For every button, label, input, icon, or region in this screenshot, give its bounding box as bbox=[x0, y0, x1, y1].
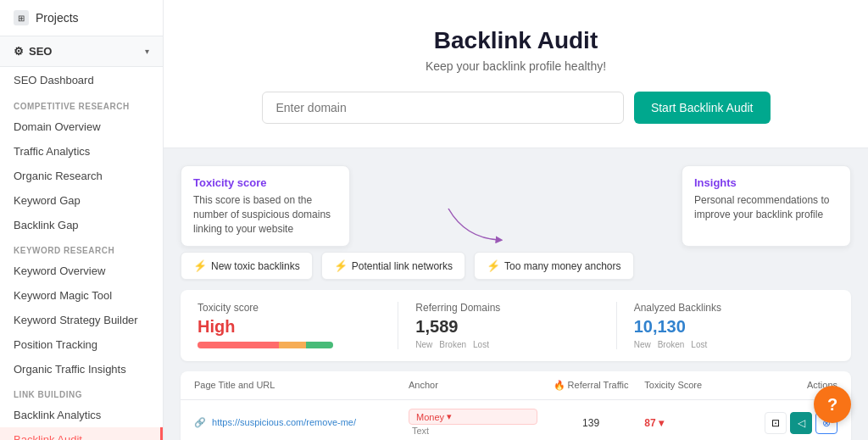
tag-new-toxic-label: New toxic backlinks bbox=[211, 260, 300, 272]
th-toxicity: Toxicity Score bbox=[644, 380, 752, 391]
tag-link-networks: ⚡ Potential link networks bbox=[321, 252, 465, 280]
chevron-down-icon-anchor: ▾ bbox=[447, 411, 452, 422]
stat-toxicity-value: High bbox=[198, 317, 381, 337]
td-toxicity: 87 ▾ bbox=[644, 417, 752, 429]
sidebar-item-keyword-gap[interactable]: Keyword Gap bbox=[0, 188, 163, 213]
sidebar-item-backlink-gap[interactable]: Backlink Gap bbox=[0, 213, 163, 237]
lightning-icon-2: ⚡ bbox=[334, 259, 348, 272]
td-traffic: 139 bbox=[537, 417, 645, 429]
chevron-down-icon: ▾ bbox=[145, 47, 149, 56]
sidebar-item-keyword-overview[interactable]: Keyword Overview bbox=[0, 259, 163, 283]
referring-sub-labels: New Broken Lost bbox=[415, 340, 598, 349]
stat-toxicity-label: Toxicity score bbox=[198, 302, 381, 314]
sidebar-item-backlink-analytics[interactable]: Backlink Analytics bbox=[0, 403, 163, 427]
stat-analyzed-backlinks: Analyzed Backlinks 10,130 New Broken Los… bbox=[616, 302, 834, 349]
sidebar-item-keyword-strategy-builder[interactable]: Keyword Strategy Builder bbox=[0, 308, 163, 332]
page-title: Backlink Audit bbox=[434, 27, 598, 54]
stats-row: Toxicity score High Referring Domains 1,… bbox=[181, 290, 851, 361]
tooltips-row: Toxicity score This score is based on th… bbox=[181, 165, 851, 247]
seo-header[interactable]: ⚙ SEO ▾ bbox=[0, 36, 163, 67]
progress-green bbox=[306, 342, 333, 348]
lightning-icon-3: ⚡ bbox=[487, 259, 500, 272]
section-label-competitive: COMPETITIVE RESEARCH bbox=[0, 93, 163, 114]
action-send-button[interactable]: ◁ bbox=[790, 412, 812, 434]
projects-icon: ⊞ bbox=[14, 10, 29, 25]
projects-label: Projects bbox=[36, 11, 79, 25]
td-page-url: 🔗 https://suspicious.com/remove-me/ bbox=[194, 417, 409, 428]
action-copy-button[interactable]: ⊡ bbox=[765, 412, 787, 434]
stat-referring-domains: Referring Domains 1,589 New Broken Lost bbox=[398, 302, 615, 349]
domain-input[interactable] bbox=[262, 92, 624, 124]
seo-icon: ⚙ bbox=[14, 45, 24, 58]
section-label-link-building: LINK BUILDING bbox=[0, 382, 163, 403]
seo-dashboard-item[interactable]: SEO Dashboard bbox=[0, 67, 163, 93]
arrow-decoration bbox=[431, 204, 601, 247]
progress-orange bbox=[279, 342, 306, 348]
stat-referring-value: 1,589 bbox=[415, 317, 598, 337]
toxicity-tooltip: Toxicity score This score is based on th… bbox=[181, 165, 350, 247]
toxicity-tooltip-title: Toxicity score bbox=[193, 176, 337, 189]
tag-new-toxic: ⚡ New toxic backlinks bbox=[181, 252, 313, 280]
help-button[interactable]: ? bbox=[814, 386, 851, 423]
main-content: Backlink Audit Keep your backlink profil… bbox=[164, 0, 868, 440]
sidebar-item-organic-traffic-insights[interactable]: Organic Traffic Insights bbox=[0, 357, 163, 382]
sidebar-item-traffic-analytics[interactable]: Traffic Analytics bbox=[0, 139, 163, 164]
table-row: 🔗 https://suspicious.com/remove-me/ Mone… bbox=[181, 400, 851, 440]
sidebar-item-keyword-magic-tool[interactable]: Keyword Magic Tool bbox=[0, 283, 163, 308]
insights-tooltip-text: Personal recommendations to improve your… bbox=[694, 193, 838, 222]
toxicity-progress-bar bbox=[198, 342, 333, 348]
td-anchor: Money ▾ Text bbox=[409, 409, 537, 437]
stat-toxicity: Toxicity score High bbox=[198, 302, 398, 349]
stat-referring-label: Referring Domains bbox=[415, 302, 598, 314]
anchor-text-label: Text bbox=[412, 426, 429, 436]
chevron-down-icon-toxicity: ▾ bbox=[659, 417, 664, 429]
stat-analyzed-value: 10,130 bbox=[634, 317, 817, 337]
sidebar-item-organic-research[interactable]: Organic Research bbox=[0, 164, 163, 188]
table-header: Page Title and URL Anchor 🔥 Referral Tra… bbox=[181, 371, 851, 400]
toxicity-tooltip-text: This score is based on the number of sus… bbox=[193, 193, 337, 236]
hero-input-row: Start Backlink Audit bbox=[262, 92, 771, 124]
tag-link-networks-label: Potential link networks bbox=[352, 260, 453, 272]
seo-label: ⚙ SEO bbox=[14, 45, 52, 58]
insights-tooltip-title: Insights bbox=[694, 176, 838, 189]
th-traffic: 🔥 Referral Traffic bbox=[537, 380, 645, 391]
fire-icon: 🔥 bbox=[554, 380, 565, 390]
stat-analyzed-label: Analyzed Backlinks bbox=[634, 302, 817, 314]
tag-money-anchors: ⚡ Too many money anchors bbox=[474, 252, 633, 280]
tag-money-anchors-label: Too many money anchors bbox=[504, 260, 620, 272]
anchor-money-tag[interactable]: Money ▾ bbox=[409, 409, 537, 425]
link-icon: 🔗 bbox=[194, 417, 206, 427]
start-backlink-audit-button[interactable]: Start Backlink Audit bbox=[634, 92, 771, 124]
sidebar-item-domain-overview[interactable]: Domain Overview bbox=[0, 114, 163, 139]
th-anchor: Anchor bbox=[409, 380, 537, 391]
progress-red bbox=[198, 342, 279, 348]
hero-section: Backlink Audit Keep your backlink profil… bbox=[164, 0, 868, 148]
dashboard-area: Toxicity score This score is based on th… bbox=[164, 148, 868, 440]
sidebar: ⊞ Projects ⚙ SEO ▾ SEO Dashboard COMPETI… bbox=[0, 0, 164, 440]
backlinks-table: Page Title and URL Anchor 🔥 Referral Tra… bbox=[181, 371, 851, 440]
analyzed-sub-labels: New Broken Lost bbox=[634, 340, 817, 349]
tags-row: ⚡ New toxic backlinks ⚡ Potential link n… bbox=[181, 252, 851, 280]
section-label-keyword: KEYWORD RESEARCH bbox=[0, 237, 163, 259]
projects-nav[interactable]: ⊞ Projects bbox=[0, 0, 163, 36]
sidebar-item-position-tracking[interactable]: Position Tracking bbox=[0, 332, 163, 357]
hero-subtitle: Keep your backlink profile healthy! bbox=[426, 59, 606, 73]
th-page-title: Page Title and URL bbox=[194, 380, 409, 391]
lightning-icon: ⚡ bbox=[193, 259, 207, 272]
sidebar-item-backlink-audit[interactable]: Backlink Audit bbox=[0, 427, 163, 440]
insights-tooltip: Insights Personal recommendations to imp… bbox=[682, 165, 851, 247]
